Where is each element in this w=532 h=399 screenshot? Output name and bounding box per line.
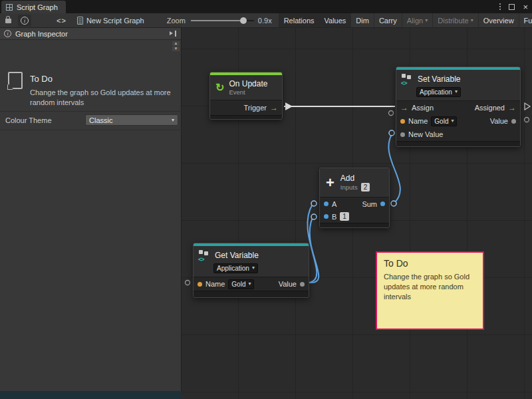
node-title: Set Variable bbox=[418, 74, 460, 84]
zoom-label: Zoom bbox=[167, 17, 186, 25]
unconnected-port[interactable] bbox=[389, 111, 394, 116]
chevron-down-icon: ▾ bbox=[455, 89, 458, 94]
node-header[interactable]: <> Get Variable Application ▾ bbox=[194, 246, 309, 277]
variable-icon: <> bbox=[401, 74, 413, 84]
node-header[interactable]: + Add Inputs 2 bbox=[320, 168, 389, 198]
zoom-value: 0.9x bbox=[258, 17, 272, 25]
chevron-down-icon: ▾ bbox=[451, 118, 454, 124]
node-title-block: Add Inputs 2 bbox=[340, 174, 370, 192]
colour-theme-dropdown[interactable]: Classic ▾ bbox=[85, 114, 178, 126]
maximize-icon[interactable] bbox=[509, 4, 515, 10]
graph-inspector-header: i Graph Inspector bbox=[0, 28, 181, 40]
sum-output-port[interactable] bbox=[380, 201, 385, 206]
docked-window-edge bbox=[0, 391, 182, 399]
wire-endpoint-port[interactable] bbox=[391, 201, 396, 206]
toolbar-buttons: Relations Values Dim Carry Align▾ Distri… bbox=[279, 13, 532, 28]
node-header[interactable]: <> Set Variable Application ▾ bbox=[396, 70, 520, 101]
carry-label: Carry bbox=[379, 13, 397, 28]
node-header[interactable]: ↻ On Update Event bbox=[210, 75, 282, 100]
update-event-icon: ↻ bbox=[215, 82, 224, 93]
chevron-down-icon: ▾ bbox=[172, 118, 174, 123]
scroll-up-icon[interactable]: ▲ bbox=[172, 41, 180, 46]
code-icon[interactable]: < > bbox=[57, 17, 65, 25]
dock-icon[interactable] bbox=[170, 31, 177, 37]
inspector-note-title: To Do bbox=[30, 74, 53, 84]
tab-script-graph[interactable]: Script Graph bbox=[1, 1, 66, 13]
fullscreen-button[interactable]: Full Screen bbox=[519, 13, 532, 28]
value-output-port[interactable] bbox=[300, 282, 305, 287]
variable-name-dropdown[interactable]: Gold ▾ bbox=[431, 116, 457, 126]
assign-input-port-icon[interactable]: → bbox=[400, 104, 408, 112]
node-body: A Sum B 1 bbox=[320, 198, 389, 223]
input-b-row: B 1 bbox=[320, 210, 389, 223]
divider bbox=[0, 111, 182, 112]
node-set-variable[interactable]: <> Set Variable Application ▾ → Assign A… bbox=[396, 66, 521, 147]
new-value-input-port[interactable] bbox=[400, 132, 405, 137]
fullscreen-label: Full Screen bbox=[524, 13, 532, 28]
zoom-slider-handle[interactable] bbox=[240, 17, 247, 24]
new-script-graph-button[interactable]: New Script Graph bbox=[86, 17, 144, 25]
node-get-variable[interactable]: <> Get Variable Application ▾ Name Gold bbox=[193, 243, 309, 298]
align-button[interactable]: Align▾ bbox=[402, 13, 432, 28]
sticky-note-title: To Do bbox=[384, 258, 476, 269]
values-label: Values bbox=[325, 13, 346, 28]
node-body: Name Gold ▾ Value bbox=[194, 277, 309, 291]
wire-endpoint-port[interactable] bbox=[311, 201, 317, 206]
values-button[interactable]: Values bbox=[319, 13, 351, 28]
input-b-port[interactable] bbox=[324, 214, 329, 219]
input-b-label: B bbox=[332, 213, 336, 221]
node-body: Trigger → bbox=[210, 100, 282, 115]
value-output-port[interactable] bbox=[525, 118, 529, 122]
node-title-block: On Update Event bbox=[229, 79, 267, 96]
graph-inspector-panel: i Graph Inspector ▲ ▼ To Do Change the g… bbox=[0, 28, 182, 391]
assigned-output-port-icon[interactable]: → bbox=[508, 104, 516, 112]
tab-bar: Script Graph × bbox=[0, 0, 532, 13]
variable-kind-value: Application bbox=[217, 265, 249, 272]
node-on-update[interactable]: ↻ On Update Event Trigger → bbox=[209, 72, 283, 120]
unconnected-port[interactable] bbox=[186, 281, 190, 285]
scroll-down-icon[interactable]: ▼ bbox=[172, 47, 180, 51]
inspector-scrollbar[interactable]: ▲ ▼ bbox=[172, 41, 180, 51]
name-input-port[interactable] bbox=[198, 282, 202, 287]
graph-canvas[interactable]: ↻ On Update Event Trigger → bbox=[182, 28, 532, 399]
window-menu-icon[interactable] bbox=[499, 6, 501, 7]
variable-kind-dropdown[interactable]: Application ▾ bbox=[416, 87, 461, 97]
trigger-label: Trigger bbox=[244, 104, 267, 112]
carry-button[interactable]: Carry bbox=[374, 13, 402, 28]
close-icon[interactable]: × bbox=[523, 3, 528, 11]
sticky-note-icon bbox=[8, 72, 23, 89]
dim-button[interactable]: Dim bbox=[350, 13, 374, 28]
zoom-slider[interactable] bbox=[191, 17, 254, 25]
variable-name-value: Gold bbox=[434, 118, 448, 125]
trigger-output-port-icon[interactable]: → bbox=[270, 104, 278, 112]
overview-button[interactable]: Overview bbox=[478, 13, 519, 28]
node-footer bbox=[396, 141, 520, 146]
relations-button[interactable]: Relations bbox=[279, 13, 319, 28]
distribute-button[interactable]: Distribute▾ bbox=[432, 13, 477, 28]
zoom-slider-fill bbox=[191, 20, 243, 21]
assign-port-row: → Assign Assigned → bbox=[396, 101, 520, 114]
value-output-port[interactable] bbox=[511, 119, 516, 124]
sticky-note[interactable]: To Do Change the graph so Gold updates a… bbox=[376, 251, 484, 330]
name-port-row: Name Gold ▾ Value bbox=[396, 114, 520, 128]
lock-icon[interactable] bbox=[5, 19, 11, 23]
inspector-toggle-button[interactable]: i bbox=[18, 15, 31, 27]
node-title: Get Variable bbox=[215, 251, 259, 260]
variable-name-dropdown[interactable]: Gold ▾ bbox=[228, 279, 254, 289]
align-label: Align bbox=[407, 13, 423, 28]
node-add[interactable]: + Add Inputs 2 A Sum bbox=[319, 168, 390, 228]
name-input-port[interactable] bbox=[400, 119, 405, 124]
value-wire bbox=[309, 217, 319, 283]
graph-toolbar: i < > New Script Graph Zoom 0.9x Relatio… bbox=[0, 13, 532, 28]
input-a-port[interactable] bbox=[324, 201, 329, 206]
wire-endpoint-port[interactable] bbox=[389, 130, 394, 136]
new-value-port-row: New Value bbox=[396, 128, 520, 141]
wire-endpoint-port[interactable] bbox=[311, 214, 317, 219]
inputs-count-field[interactable]: 2 bbox=[361, 183, 370, 192]
variable-icon: <> bbox=[198, 250, 210, 261]
name-label: Name bbox=[408, 117, 428, 125]
variable-kind-dropdown[interactable]: Application ▾ bbox=[213, 263, 258, 273]
input-b-value-field[interactable]: 1 bbox=[340, 212, 349, 221]
divider bbox=[0, 130, 182, 130]
assigned-exec-port[interactable] bbox=[525, 103, 530, 110]
